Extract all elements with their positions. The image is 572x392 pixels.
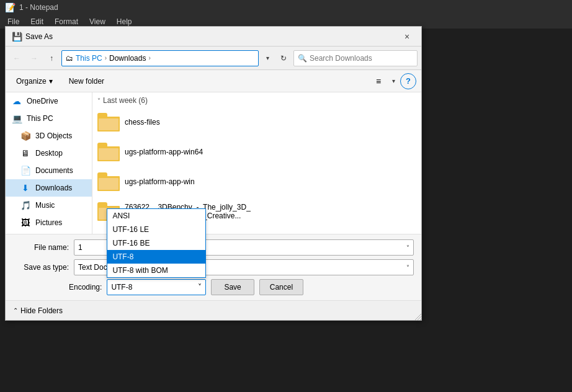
sidebar-item-onedrive[interactable]: ☁ OneDrive xyxy=(6,92,92,110)
back-button[interactable]: ← xyxy=(9,51,24,66)
file-name: ugs-platform-app-win xyxy=(125,177,416,186)
hide-folders-chevron: ⌃ xyxy=(13,307,18,314)
view-button[interactable]: ≡ xyxy=(370,73,387,89)
filename-value: 1 xyxy=(78,243,83,252)
filename-label: File name: xyxy=(13,243,69,252)
list-item[interactable]: ugs-platform-app-win xyxy=(92,167,421,197)
file-name: chess-files xyxy=(125,118,416,127)
encoding-option-utf16be[interactable]: UTF-16 BE xyxy=(107,236,205,250)
save-button[interactable]: Save xyxy=(211,279,254,295)
sidebar-item-label: 3D Objects xyxy=(35,131,72,140)
pictures-icon: 🖼 xyxy=(19,216,32,229)
address-downloads[interactable]: Downloads xyxy=(109,54,146,63)
sidebar-item-label: Documents xyxy=(35,166,73,175)
search-icon: 🔍 xyxy=(298,54,307,63)
address-bar[interactable]: 🗂 This PC › Downloads › xyxy=(61,50,259,66)
cancel-button[interactable]: Cancel xyxy=(259,279,303,295)
list-item[interactable]: ugs-platform-app-win64 xyxy=(92,137,421,167)
dialog-icon: 💾 xyxy=(12,32,22,42)
savetype-label: Save as type: xyxy=(13,263,69,272)
3d-objects-icon: 📦 xyxy=(19,130,32,142)
sidebar-item-label: Desktop xyxy=(35,149,63,158)
sidebar-item-desktop[interactable]: 🖥 Desktop xyxy=(6,145,92,162)
view-dropdown-icon: ▾ xyxy=(392,78,395,84)
desktop-icon: 🖥 xyxy=(19,147,32,159)
dialog-secondary-toolbar: Organize ▾ New folder ≡ ▾ ? xyxy=(6,70,421,92)
dialog-titlebar: 💾 Save As × xyxy=(6,27,421,47)
sidebar-item-label: This PC xyxy=(27,114,53,123)
dialog-title: Save As xyxy=(25,32,399,41)
sidebar-item-music[interactable]: 🎵 Music xyxy=(6,197,92,214)
encoding-select[interactable]: UTF-8 ˅ xyxy=(107,279,206,295)
dialog-overlay: 💾 Save As × ← → ↑ 🗂 This PC › Downloads … xyxy=(0,0,572,392)
savetype-row: Save as type: Text Documents (*.txt) ˅ xyxy=(13,259,414,275)
address-this-pc[interactable]: This PC xyxy=(76,54,102,63)
section-header[interactable]: ˅ Last week (6) xyxy=(92,92,421,107)
up-button[interactable]: ↑ xyxy=(44,51,59,66)
sidebar-item-documents[interactable]: 📄 Documents xyxy=(6,162,92,179)
encoding-select-wrapper: UTF-8 ˅ ANSI UTF-16 LE UTF-16 BE UTF-8 U… xyxy=(107,279,206,295)
encoding-dropdown: ANSI UTF-16 LE UTF-16 BE UTF-8 UTF-8 wit… xyxy=(107,208,206,278)
sidebar-item-this-pc[interactable]: 💻 This PC xyxy=(6,110,92,127)
resize-handle[interactable] xyxy=(413,311,421,320)
encoding-option-utf8[interactable]: UTF-8 xyxy=(107,250,205,264)
section-label: Last week (6) xyxy=(103,96,148,105)
sidebar-item-label: Pictures xyxy=(35,218,62,227)
section-chevron: ˅ xyxy=(97,97,101,104)
folder-icon xyxy=(97,111,120,133)
documents-icon: 📄 xyxy=(19,164,32,177)
forward-button[interactable]: → xyxy=(27,51,42,66)
nav-pane: ☁ OneDrive 💻 This PC 📦 3D Objects 🖥 Desk… xyxy=(6,92,92,234)
folder-icon xyxy=(97,141,120,163)
sidebar-item-label: Music xyxy=(35,201,55,210)
savetype-dropdown-arrow: ˅ xyxy=(406,264,409,271)
folder-icon xyxy=(97,171,120,193)
svg-line-2 xyxy=(420,319,421,320)
new-folder-button[interactable]: New folder xyxy=(63,73,110,89)
list-item[interactable]: chess-files xyxy=(92,107,421,137)
hide-folders-bar[interactable]: ⌃ Hide Folders xyxy=(6,300,421,320)
address-sep-1: › xyxy=(105,55,107,61)
search-box[interactable]: 🔍 xyxy=(293,50,418,66)
encoding-option-utf16le[interactable]: UTF-16 LE xyxy=(107,223,205,236)
help-button[interactable]: ? xyxy=(400,73,416,89)
music-icon: 🎵 xyxy=(19,199,32,212)
sidebar-item-label: OneDrive xyxy=(27,97,58,105)
dialog-footer: File name: 1 ˅ Save as type: Text Docume… xyxy=(6,234,421,300)
save-dialog: 💾 Save As × ← → ↑ 🗂 This PC › Downloads … xyxy=(5,26,422,321)
encoding-option-ansi[interactable]: ANSI xyxy=(107,209,205,223)
refresh-button[interactable]: ↻ xyxy=(276,51,291,66)
hide-folders-label: Hide Folders xyxy=(20,306,63,315)
sidebar-item-downloads[interactable]: ⬇ Downloads xyxy=(6,179,92,197)
encoding-dropdown-arrow: ˅ xyxy=(198,283,202,292)
file-name: ugs-platform-app-win64 xyxy=(125,148,416,156)
address-dropdown-button[interactable]: ▾ xyxy=(261,51,274,66)
dialog-close-button[interactable]: × xyxy=(399,29,415,45)
downloads-icon: ⬇ xyxy=(19,182,32,194)
filename-dropdown-arrow: ˅ xyxy=(406,244,409,251)
encoding-value: UTF-8 xyxy=(111,283,132,292)
encoding-label: Encoding: xyxy=(69,283,102,292)
encoding-option-utf8bom[interactable]: UTF-8 with BOM xyxy=(107,264,205,277)
organize-arrow: ▾ xyxy=(49,77,53,86)
footer-actions: Encoding: UTF-8 ˅ ANSI UTF-16 LE UTF-16 … xyxy=(13,279,414,295)
sidebar-item-label: Downloads xyxy=(35,184,72,192)
sidebar-item-pictures[interactable]: 🖼 Pictures xyxy=(6,214,92,231)
address-sep-2: › xyxy=(148,55,150,61)
filename-row: File name: 1 ˅ xyxy=(13,239,414,256)
organize-button[interactable]: Organize ▾ xyxy=(11,73,58,89)
dialog-body: ☁ OneDrive 💻 This PC 📦 3D Objects 🖥 Desk… xyxy=(6,92,421,234)
resize-icon xyxy=(413,311,421,320)
sidebar-item-3d-objects[interactable]: 📦 3D Objects xyxy=(6,127,92,145)
onedrive-icon: ☁ xyxy=(11,95,23,107)
organize-label: Organize xyxy=(16,77,47,86)
search-input[interactable] xyxy=(310,54,413,63)
computer-icon: 💻 xyxy=(11,112,23,125)
address-folder-icon: 🗂 xyxy=(66,54,73,63)
dialog-toolbar: ← → ↑ 🗂 This PC › Downloads › ▾ ↻ 🔍 xyxy=(6,47,421,70)
